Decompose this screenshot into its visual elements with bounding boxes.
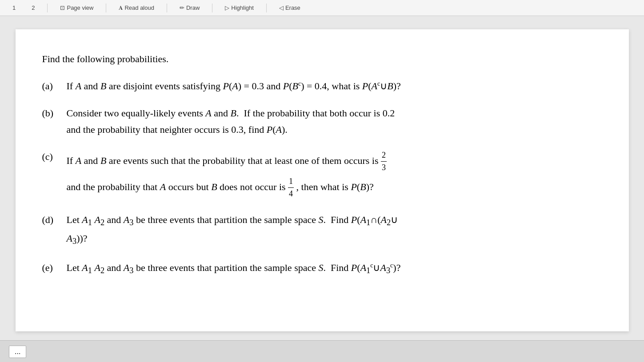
separator-4 [212,4,212,12]
problem-e-content: Let A1 A2 and A3 be three events that pa… [67,260,593,279]
problem-e: (e) Let A1 A2 and A3 be three events tha… [42,260,593,279]
erase-icon: ◁ [279,4,284,11]
fraction-1-4: 1 4 [288,175,294,200]
problem-a: (a) If A and B are disjoint events satis… [42,79,593,95]
problem-c-content: If A and B are events such that the prob… [67,149,593,202]
page-2-label: 2 [32,4,35,11]
fraction-2-3-numerator: 2 [381,149,387,162]
problem-d-line1: Let A1 A2 and A3 be three events that pa… [67,212,593,229]
problem-c-label: (c) [42,149,67,164]
fraction-1-4-denominator: 4 [288,188,294,200]
draw-icon: ✏ [180,4,184,11]
problem-b: (b) Consider two equally-likely events A… [42,106,593,139]
page-view-label: Page view [67,4,93,11]
document-page: Find the following probabilities. (a) If… [16,29,629,331]
separator-5 [266,4,267,12]
problem-c-line1: If A and B are events such that the prob… [67,149,593,174]
problem-a-text: If A and B are disjoint events satisfyin… [67,79,593,93]
separator-1 [47,4,48,12]
dots-label: ... [15,348,20,355]
read-aloud-label: Read aloud [124,4,154,11]
separator-3 [167,4,167,12]
problem-b-line2: and the probability that neighter occurs… [67,122,593,137]
page-1-label: 1 [12,4,16,11]
highlight-label: Highlight [231,4,254,11]
toolbar-read-aloud[interactable]: 𝐀 Read aloud [115,3,158,13]
erase-label: Erase [285,4,300,11]
dots-button[interactable]: ... [9,346,26,358]
problem-list: (a) If A and B are disjoint events satis… [42,79,593,279]
problem-b-line1: Consider two equally-likely events A and… [67,106,593,120]
fraction-1-4-numerator: 1 [288,175,294,188]
toolbar-page-1[interactable]: 1 [9,3,19,13]
problem-d-line2: A3))? [67,231,593,248]
problem-e-label: (e) [42,260,67,275]
draw-label: Draw [186,4,200,11]
problem-b-content: Consider two equally-likely events A and… [67,106,593,139]
separator-2 [106,4,106,12]
intro-text: Find the following probabilities. [42,52,593,66]
page-view-icon: ⊡ [60,4,65,11]
fraction-2-3: 2 3 [381,149,387,174]
page-container: Find the following probabilities. (a) If… [0,16,644,340]
highlight-icon: ▷ [225,4,229,11]
problem-b-label: (b) [42,106,67,120]
problem-a-content: If A and B are disjoint events satisfyin… [67,79,593,95]
problem-e-text: Let A1 A2 and A3 be three events that pa… [67,260,593,277]
bottom-bar: ... [0,340,644,362]
read-aloud-icon: 𝐀 [119,4,123,12]
problem-d-label: (d) [42,212,67,227]
toolbar-draw[interactable]: ✏ Draw [176,3,203,13]
toolbar-highlight[interactable]: ▷ Highlight [221,3,257,13]
problem-d-content: Let A1 A2 and A3 be three events that pa… [67,212,593,250]
problem-a-label: (a) [42,79,67,93]
toolbar-erase[interactable]: ◁ Erase [276,3,304,13]
toolbar: 1 2 ⊡ Page view 𝐀 Read aloud ✏ Draw ▷ Hi… [0,0,644,16]
problem-c-line2: and the probability that A occurs but B … [67,175,593,200]
toolbar-page-2[interactable]: 2 [28,3,38,13]
problem-c: (c) If A and B are events such that the … [42,149,593,202]
toolbar-page-view[interactable]: ⊡ Page view [56,3,97,13]
fraction-2-3-denominator: 3 [381,162,387,174]
problem-d: (d) Let A1 A2 and A3 be three events tha… [42,212,593,250]
